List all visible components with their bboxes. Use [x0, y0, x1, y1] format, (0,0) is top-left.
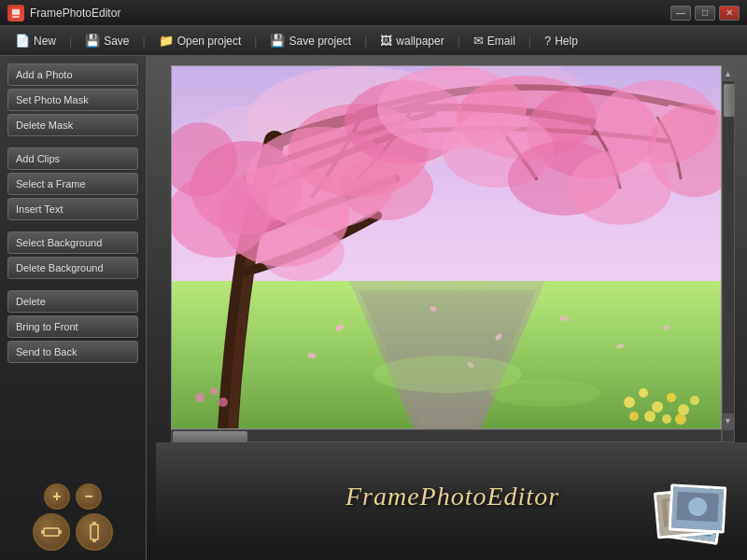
- menu-bar: 📄 New | 💾 Save | 📁 Open project | 💾 Save…: [0, 26, 747, 56]
- sep-2: |: [143, 35, 146, 48]
- minimize-button[interactable]: —: [670, 6, 691, 21]
- svg-point-43: [639, 388, 648, 398]
- menu-save-label: Save: [104, 35, 129, 48]
- svg-point-42: [624, 397, 635, 408]
- svg-rect-6: [91, 525, 98, 539]
- delete-background-button[interactable]: Delete Background: [7, 257, 138, 279]
- insert-text-button[interactable]: Insert Text: [7, 198, 138, 220]
- menu-save-project[interactable]: 💾 Save project: [262, 31, 359, 50]
- close-button[interactable]: ✕: [719, 6, 740, 21]
- svg-point-53: [210, 387, 218, 395]
- menu-new-label: New: [34, 35, 56, 48]
- svg-point-31: [340, 155, 433, 220]
- window-controls: — □ ✕: [670, 6, 740, 21]
- horizontal-scroll-area: [171, 429, 735, 442]
- svg-point-56: [489, 379, 601, 407]
- svg-point-54: [218, 398, 228, 407]
- wallpaper-icon: 🖼: [380, 34, 392, 48]
- nav-row: [33, 513, 113, 551]
- svg-point-47: [690, 396, 699, 405]
- zoom-in-button[interactable]: +: [44, 483, 70, 510]
- scroll-up-button[interactable]: ▲: [723, 66, 734, 81]
- svg-rect-3: [44, 528, 59, 536]
- select-background-button[interactable]: Select Background: [7, 231, 138, 254]
- svg-point-32: [261, 225, 345, 281]
- app-icon: [7, 5, 24, 21]
- new-icon: 📄: [15, 34, 30, 48]
- add-clips-button[interactable]: Add Clips: [7, 147, 138, 170]
- svg-point-45: [667, 393, 676, 402]
- open-icon: 📁: [159, 34, 174, 48]
- help-icon: ?: [544, 34, 551, 48]
- menu-wallpaper[interactable]: 🖼 wallpaper: [373, 31, 451, 50]
- app-title: FramePhotoEditor: [30, 7, 670, 20]
- sidebar: Add a Photo Set Photo Mask Delete Mask A…: [0, 56, 147, 560]
- svg-point-48: [629, 412, 639, 421]
- horizontal-scrollbar[interactable]: [171, 429, 722, 442]
- svg-point-52: [195, 393, 204, 402]
- menu-save[interactable]: 💾 Save: [78, 31, 136, 50]
- svg-rect-2: [12, 16, 20, 18]
- menu-help-label: Help: [555, 35, 578, 48]
- menu-save-project-label: Save project: [289, 35, 351, 48]
- scroll-thumb[interactable]: [724, 84, 735, 117]
- menu-email[interactable]: ✉ Email: [466, 31, 523, 50]
- sep-3: |: [254, 35, 257, 48]
- menu-new[interactable]: 📄 New: [7, 31, 63, 50]
- main-layout: Add a Photo Set Photo Mask Delete Mask A…: [0, 56, 747, 560]
- svg-rect-1: [12, 9, 20, 15]
- scroll-corner: [722, 429, 735, 442]
- svg-point-44: [652, 401, 663, 413]
- delete-mask-button[interactable]: Delete Mask: [7, 114, 138, 136]
- send-to-back-button[interactable]: Send to Back: [7, 341, 138, 363]
- canvas: [171, 65, 722, 429]
- menu-open-project[interactable]: 📁 Open project: [151, 31, 249, 50]
- photo-stack-3: [669, 483, 727, 533]
- sep-4: |: [364, 35, 367, 48]
- save-project-icon: 💾: [270, 34, 285, 48]
- fit-width-button[interactable]: [33, 513, 70, 551]
- menu-open-project-label: Open project: [177, 35, 242, 48]
- branding-area: FramePhotoEditor: [156, 442, 747, 551]
- set-photo-mask-button[interactable]: Set Photo Mask: [7, 89, 138, 111]
- svg-point-30: [569, 150, 671, 225]
- svg-point-50: [662, 414, 671, 424]
- svg-point-49: [644, 411, 655, 422]
- save-icon: 💾: [85, 34, 100, 48]
- maximize-button[interactable]: □: [695, 6, 715, 21]
- vertical-scrollbar[interactable]: ▲ ▼: [722, 65, 735, 429]
- select-frame-button[interactable]: Select a Frame: [7, 173, 138, 195]
- h-scroll-thumb[interactable]: [173, 431, 247, 442]
- add-photo-button[interactable]: Add a Photo: [7, 63, 138, 86]
- canvas-container: ▲ ▼: [171, 65, 735, 429]
- zoom-row: + −: [44, 483, 102, 510]
- branding-text: FramePhotoEditor: [345, 482, 559, 511]
- menu-help[interactable]: ? Help: [537, 31, 585, 50]
- sep-5: |: [458, 35, 460, 48]
- zoom-controls: + −: [33, 483, 113, 551]
- bring-to-front-button[interactable]: Bring to Front: [7, 315, 138, 338]
- photo-decoration: [655, 476, 730, 541]
- title-bar: FramePhotoEditor — □ ✕: [0, 0, 747, 26]
- svg-point-51: [675, 413, 686, 425]
- menu-wallpaper-label: wallpaper: [396, 35, 444, 48]
- scroll-down-button[interactable]: ▼: [723, 413, 734, 428]
- menu-email-label: Email: [487, 35, 515, 48]
- content-area: ▲ ▼ FramePhotoEditor: [147, 56, 747, 560]
- email-icon: ✉: [473, 34, 484, 48]
- fit-height-button[interactable]: [76, 513, 113, 551]
- zoom-out-button[interactable]: −: [76, 483, 102, 510]
- sep-6: |: [529, 35, 531, 48]
- delete-button[interactable]: Delete: [7, 290, 138, 313]
- sep-1: |: [69, 35, 72, 48]
